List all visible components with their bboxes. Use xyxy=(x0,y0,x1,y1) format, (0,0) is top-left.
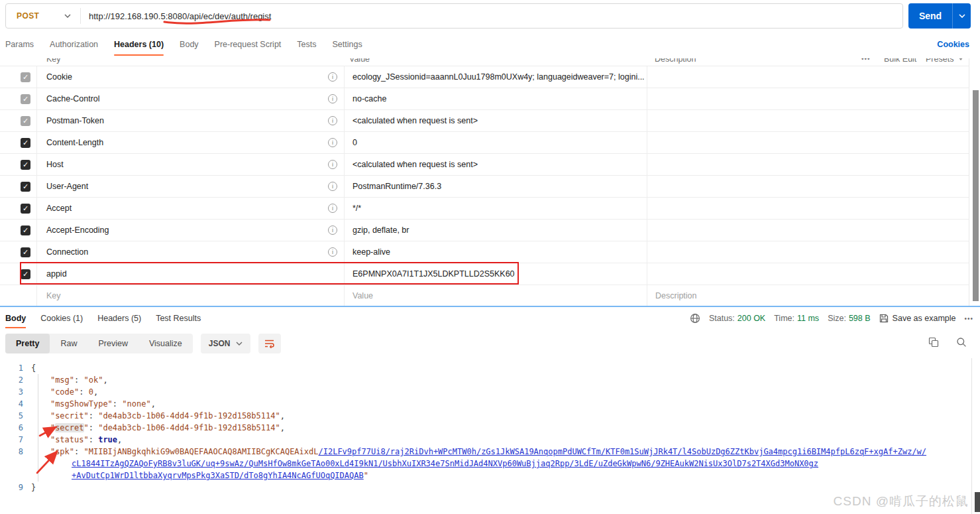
response-scrollbar-track[interactable] xyxy=(971,358,972,514)
code-segment: " xyxy=(364,471,368,480)
headers-scrollbar-thumb[interactable] xyxy=(973,90,979,301)
header-key-cell[interactable]: Connectioni xyxy=(37,241,345,263)
header-checkbox[interactable]: ✓ xyxy=(21,204,30,214)
tab-tests[interactable]: Tests xyxy=(297,32,316,57)
info-icon[interactable]: i xyxy=(328,225,337,235)
header-key-cell[interactable]: Hosti xyxy=(37,154,345,175)
code-link[interactable]: +AvDutCp1WrD1ltbbaXyqrvMpsPkg3XaSTD/dTo8… xyxy=(72,471,364,480)
headers-scrollbar-track[interactable] xyxy=(969,58,980,307)
new-header-description-input[interactable]: Description xyxy=(647,285,969,306)
header-value-cell[interactable]: PostmanRuntime/7.36.3 xyxy=(345,176,647,197)
response-tab-test-results[interactable]: Test Results xyxy=(156,308,201,329)
view-mode-pretty[interactable]: Pretty xyxy=(5,334,50,353)
header-description-cell[interactable] xyxy=(647,263,969,285)
tab-pre-request-script[interactable]: Pre-request Script xyxy=(215,32,282,57)
header-value-cell[interactable]: E6PMNPX0A7I1T1JX5LDKPTLLD2S5KK60 xyxy=(345,263,647,285)
checkbox-cell: ✓ xyxy=(0,220,37,241)
more-options-icon[interactable]: ••• xyxy=(861,58,871,65)
info-icon[interactable]: i xyxy=(328,138,337,147)
header-value-cell[interactable]: <calculated when request is sent> xyxy=(345,110,647,131)
code-link[interactable]: /I2LFv9pf77Ui8/raj2RiDvh+WPcMTW0h/zGs1Jk… xyxy=(319,447,927,456)
header-key-cell[interactable]: Cache-Controli xyxy=(37,88,345,109)
view-mode-visualize[interactable]: Visualize xyxy=(138,334,193,353)
view-mode-preview[interactable]: Preview xyxy=(87,334,138,353)
code-link[interactable]: cL1844ITzAgQZAQoFyRB8v3luGK/uq+9swAz/QuM… xyxy=(72,459,818,468)
header-key-cell[interactable]: Postman-Tokeni xyxy=(37,110,345,131)
response-scrollbar-thumb[interactable] xyxy=(975,492,980,512)
info-icon[interactable]: i xyxy=(328,204,337,213)
format-dropdown[interactable]: JSON xyxy=(201,334,251,353)
info-icon[interactable]: i xyxy=(328,94,337,103)
response-body-editor[interactable]: 1{2 "msg": "ok",3 "code": 0,4 "msgShowTy… xyxy=(0,358,969,514)
save-as-example-button[interactable]: Save as example xyxy=(879,314,956,323)
header-value-cell[interactable]: <calculated when request is sent> xyxy=(345,154,647,175)
header-key-cell[interactable]: Accepti xyxy=(37,198,345,219)
send-button-label[interactable]: Send xyxy=(908,3,952,29)
header-row-content-length: ✓Content-Lengthi0 xyxy=(0,131,969,153)
cookies-link[interactable]: Cookies xyxy=(937,32,969,57)
info-icon[interactable]: i xyxy=(328,247,337,257)
header-description-cell[interactable] xyxy=(647,66,969,88)
header-description-cell[interactable] xyxy=(647,220,969,241)
code-segment: "none" xyxy=(122,399,150,409)
header-checkbox[interactable]: ✓ xyxy=(21,225,30,235)
header-description-cell[interactable] xyxy=(647,154,969,175)
header-key-cell[interactable]: Content-Lengthi xyxy=(37,132,345,153)
tab-authorization[interactable]: Authorization xyxy=(50,32,98,57)
tab-body[interactable]: Body xyxy=(180,32,199,57)
tab-headers-10[interactable]: Headers (10) xyxy=(114,32,164,57)
wrap-lines-button[interactable] xyxy=(258,334,281,353)
bulk-edit-button[interactable]: Bulk Edit xyxy=(884,58,916,65)
header-checkbox[interactable]: ✓ xyxy=(21,269,30,279)
header-key-cell[interactable]: appid xyxy=(37,263,345,285)
tab-params[interactable]: Params xyxy=(5,32,34,57)
header-description-cell[interactable] xyxy=(647,88,969,109)
header-value-cell[interactable]: keep-alive xyxy=(345,241,647,263)
header-description-cell[interactable] xyxy=(647,132,969,153)
header-value-cell[interactable]: ecology_JSessionid=aaannL0Juu1798m0UXw4y… xyxy=(345,66,647,88)
header-checkbox[interactable]: ✓ xyxy=(21,138,30,148)
code-text: "spk": "MIIBIjANBgkqhkiG9w0BAQEFAAOCAQ8A… xyxy=(31,446,926,458)
url-input[interactable]: http://192.168.190.5:8080/api/ec/dev/aut… xyxy=(81,11,902,21)
info-icon[interactable]: i xyxy=(328,160,337,169)
send-options-button[interactable] xyxy=(952,3,971,29)
header-value-cell[interactable]: */* xyxy=(345,198,647,219)
header-key-cell[interactable]: Cookiei xyxy=(37,66,345,88)
response-tab-body[interactable]: Body xyxy=(5,308,26,329)
header-checkbox[interactable]: ✓ xyxy=(21,94,30,104)
header-value-cell[interactable]: 0 xyxy=(345,132,647,153)
new-header-key-input[interactable]: Key xyxy=(37,285,345,306)
header-checkbox[interactable]: ✓ xyxy=(21,160,30,170)
response-tab-cookies-1[interactable]: Cookies (1) xyxy=(40,308,83,329)
presets-button[interactable]: Presets xyxy=(926,58,953,65)
header-description-cell[interactable] xyxy=(647,241,969,263)
header-checkbox[interactable]: ✓ xyxy=(21,116,30,126)
header-key-cell[interactable]: Accept-Encodingi xyxy=(37,220,345,241)
header-description-cell[interactable] xyxy=(647,176,969,197)
method-selector[interactable]: POST xyxy=(6,4,80,28)
header-value-cell[interactable]: no-cache xyxy=(345,88,647,109)
response-more-options-icon[interactable]: ••• xyxy=(964,315,973,322)
send-button[interactable]: Send xyxy=(908,3,971,29)
response-tab-headers-5[interactable]: Headers (5) xyxy=(97,308,141,329)
header-value-cell[interactable]: gzip, deflate, br xyxy=(345,220,647,241)
header-checkbox[interactable]: ✓ xyxy=(21,72,30,82)
line-number: 3 xyxy=(0,386,29,398)
code-segment: : xyxy=(79,387,88,397)
header-checkbox[interactable]: ✓ xyxy=(21,247,30,257)
view-mode-raw[interactable]: Raw xyxy=(50,334,87,353)
header-key-cell[interactable]: User-Agenti xyxy=(37,176,345,197)
new-header-value-input[interactable]: Value xyxy=(345,285,647,306)
copy-icon[interactable] xyxy=(928,337,939,348)
info-icon[interactable]: i xyxy=(328,182,337,191)
tab-settings[interactable]: Settings xyxy=(333,32,362,57)
info-icon[interactable]: i xyxy=(328,116,337,125)
header-description-cell[interactable] xyxy=(647,110,969,131)
header-checkbox[interactable]: ✓ xyxy=(21,182,30,192)
network-globe-icon[interactable] xyxy=(690,313,700,324)
pane-split-handle[interactable] xyxy=(0,306,980,307)
search-icon[interactable] xyxy=(956,337,967,348)
info-icon[interactable]: i xyxy=(328,72,337,82)
code-segment xyxy=(31,435,50,444)
header-description-cell[interactable] xyxy=(647,198,969,219)
